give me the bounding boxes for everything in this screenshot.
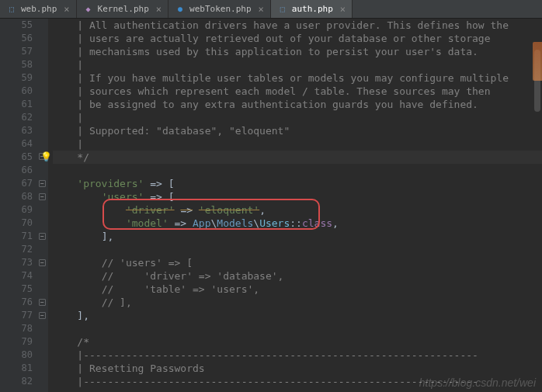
code-line: ], xyxy=(53,309,542,322)
tab-web[interactable]: ⬚ web.php × xyxy=(0,0,77,18)
intention-bulb-icon[interactable]: 💡 xyxy=(40,151,51,161)
tab-label: webToken.php xyxy=(189,4,251,14)
close-icon[interactable]: × xyxy=(259,4,264,15)
code-line: 'model' => App\Models\Users::class, xyxy=(53,217,542,230)
line-number: 67 xyxy=(0,177,33,190)
code-line: | users are actually retrieved out of yo… xyxy=(53,32,542,45)
line-number: 59 xyxy=(0,71,33,85)
line-number: 60 xyxy=(0,85,33,98)
code-line: | Supported: "database", "eloquent" xyxy=(53,124,542,137)
php-file-icon: ⬚ xyxy=(6,4,17,15)
code-line: ], xyxy=(53,230,542,243)
code-line: // 'driver' => 'database', xyxy=(53,269,542,283)
line-number: 57 xyxy=(0,45,33,58)
editor-marker-icon xyxy=(533,42,542,81)
code-line: | sources which represent each model / t… xyxy=(53,85,542,98)
line-number: 75 xyxy=(0,283,33,296)
line-number: 80 xyxy=(0,349,33,362)
line-number: 79 xyxy=(0,335,33,349)
tab-label: auth.php xyxy=(292,4,333,14)
line-number: 58 xyxy=(0,58,33,71)
fold-marker-icon[interactable]: − xyxy=(39,259,46,266)
line-number: 77 xyxy=(0,309,33,322)
fold-marker-icon[interactable]: − xyxy=(39,193,46,200)
line-number: 73 xyxy=(0,256,33,269)
code-line: 'users' => [ xyxy=(53,190,542,203)
line-number: 63 xyxy=(0,124,33,137)
code-line: // 'users' => [ xyxy=(53,256,542,269)
code-line: // ], xyxy=(53,296,542,309)
code-line: 'providers' => [ xyxy=(53,177,542,190)
code-line: | mechanisms used by this application to… xyxy=(53,45,542,58)
code-line: | xyxy=(53,137,542,151)
tab-label: Kernel.php xyxy=(98,4,149,14)
tab-bar: ⬚ web.php × ◆ Kernel.php × ● webToken.ph… xyxy=(0,0,542,19)
line-number: 71 xyxy=(0,230,33,243)
line-number: 55 xyxy=(0,19,33,32)
line-number: 74 xyxy=(0,269,33,283)
line-number-gutter: 5556575859606162636465666768697071727374… xyxy=(0,19,37,392)
watermark-text: https://blog.csdn.net/wei xyxy=(419,376,536,389)
code-line: /* xyxy=(53,335,542,349)
code-line: | xyxy=(53,111,542,124)
line-number: 56 xyxy=(0,32,33,45)
line-number: 62 xyxy=(0,111,33,124)
close-icon[interactable]: × xyxy=(340,4,346,15)
code-line xyxy=(53,243,542,256)
line-number: 72 xyxy=(0,243,33,256)
code-area[interactable]: | All authentication drivers have a user… xyxy=(48,19,542,392)
line-number: 81 xyxy=(0,362,33,375)
code-line xyxy=(53,164,542,177)
code-line: | All authentication drivers have a user… xyxy=(53,19,542,32)
code-line: | be assigned to any extra authenticatio… xyxy=(53,98,542,111)
php-class-icon: ◆ xyxy=(83,4,94,15)
php-class-icon: ● xyxy=(175,4,186,15)
line-number: 78 xyxy=(0,322,33,335)
code-editor[interactable]: 5556575859606162636465666768697071727374… xyxy=(0,19,542,392)
line-number: 64 xyxy=(0,137,33,151)
fold-marker-icon[interactable]: − xyxy=(39,299,46,306)
tab-webtoken[interactable]: ● webToken.php × xyxy=(169,0,271,18)
tab-label: web.php xyxy=(21,4,57,14)
code-line: |---------------------------------------… xyxy=(53,349,542,362)
code-line: | xyxy=(53,58,542,71)
code-line: | If you have multiple user tables or mo… xyxy=(53,71,542,85)
line-number: 70 xyxy=(0,217,33,230)
php-file-icon: ⬚ xyxy=(277,4,288,15)
line-number: 76 xyxy=(0,296,33,309)
code-line: | Resetting Passwords xyxy=(53,362,542,375)
code-line-highlighted: 💡 */ xyxy=(53,151,542,164)
fold-marker-icon[interactable]: − xyxy=(39,180,46,187)
line-number: 69 xyxy=(0,203,33,217)
line-number: 66 xyxy=(0,164,33,177)
line-number: 68 xyxy=(0,190,33,203)
fold-marker-icon[interactable]: − xyxy=(39,312,46,319)
line-number: 82 xyxy=(0,375,33,388)
line-number: 61 xyxy=(0,98,33,111)
close-icon[interactable]: × xyxy=(64,4,69,15)
line-number: 65 xyxy=(0,151,33,164)
code-line xyxy=(53,322,542,335)
fold-gutter: − − − − − − − xyxy=(37,19,48,392)
fold-marker-icon[interactable]: − xyxy=(39,233,46,240)
close-icon[interactable]: × xyxy=(156,4,162,15)
tab-auth[interactable]: ⬚ auth.php × xyxy=(271,0,353,18)
code-line: // 'table' => 'users', xyxy=(53,283,542,296)
code-line: 'driver' => 'eloquent', xyxy=(53,203,542,217)
tab-kernel[interactable]: ◆ Kernel.php × xyxy=(77,0,169,18)
